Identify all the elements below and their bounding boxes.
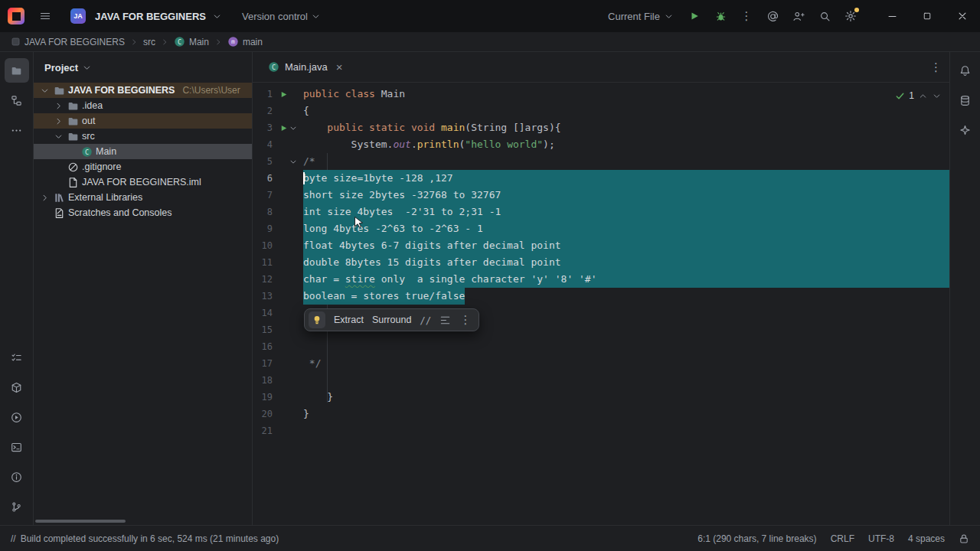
chevron-down-icon[interactable] <box>52 132 64 142</box>
line-number[interactable]: 10 <box>253 237 273 254</box>
code-cell[interactable]: */ <box>303 355 949 372</box>
tree-item-gitignore[interactable]: .gitignore <box>34 159 252 174</box>
line-number[interactable]: 12 <box>253 271 273 288</box>
code-line[interactable]: 9long 4bytes -2^63 to -2^63 - 1 <box>253 220 949 237</box>
tree-item-scratches-and-consoles[interactable]: Scratches and Consoles <box>34 205 252 220</box>
close-button[interactable] <box>945 0 980 32</box>
inspections-widget[interactable]: 1 <box>895 90 942 101</box>
comment-line-button[interactable]: // <box>420 315 431 326</box>
ai-assistant-tool-button[interactable] <box>953 118 978 142</box>
search-everywhere-button[interactable] <box>813 5 836 28</box>
services-tool-button[interactable] <box>5 405 29 429</box>
code-cell[interactable]: public static void main(String []args){ <box>303 119 949 136</box>
run-button[interactable] <box>683 5 706 28</box>
line-number[interactable]: 2 <box>253 103 273 119</box>
chevron-down-icon[interactable] <box>82 63 92 73</box>
line-number[interactable]: 3 <box>253 119 273 136</box>
problems-tool-button[interactable] <box>5 465 29 489</box>
project-panel-title[interactable]: Project <box>44 62 78 73</box>
breadcrumb-item-java-for-begginers[interactable]: JAVA FOR BEGGINERS <box>9 37 126 47</box>
version-control-tool-button[interactable] <box>5 494 29 519</box>
code-line[interactable]: 5/* <box>253 153 949 170</box>
line-number[interactable]: 7 <box>253 187 273 204</box>
code-line[interactable]: 10float 4bytes 6-7 digits after decimal … <box>253 237 949 254</box>
line-separator[interactable]: CRLF <box>831 533 854 544</box>
run-config-selector[interactable]: Current File <box>608 11 674 22</box>
build-tool-button[interactable] <box>5 375 29 399</box>
code-line[interactable]: 2{ <box>253 103 949 119</box>
tree-item-idea[interactable]: .idea <box>34 98 252 113</box>
line-number[interactable]: 9 <box>253 220 273 237</box>
extract-button[interactable]: Extract <box>334 315 364 325</box>
todo-tool-button[interactable] <box>5 345 29 370</box>
tree-item-src[interactable]: src <box>34 129 252 144</box>
at-menu-button[interactable] <box>761 5 784 28</box>
code-line[interactable]: 1public class Main <box>253 86 949 103</box>
code-cell[interactable]: /* <box>303 153 949 170</box>
code-cell[interactable]: } <box>303 406 949 422</box>
code-line[interactable]: 6byte size=1byte -128 ,127 <box>253 170 949 187</box>
line-number[interactable]: 18 <box>253 372 273 389</box>
line-number[interactable]: 17 <box>253 355 273 372</box>
file-encoding[interactable]: UTF-8 <box>868 533 894 544</box>
run-gutter-icon[interactable] <box>279 90 288 99</box>
line-number[interactable]: 8 <box>253 204 273 220</box>
breadcrumb-item-main[interactable]: mmain <box>226 36 264 47</box>
code-cell[interactable]: boolean = stores true/false <box>303 288 949 305</box>
code-cell[interactable]: byte size=1byte -128 ,127 <box>303 170 949 187</box>
version-control-menu[interactable]: Version control <box>242 11 321 22</box>
project-selector[interactable]: JAVA FOR BEGGINERS <box>95 11 206 22</box>
code-cell[interactable] <box>303 338 949 355</box>
line-number[interactable]: 1 <box>253 86 273 103</box>
prev-problem-icon[interactable] <box>918 91 928 101</box>
surround-button[interactable]: Surround <box>372 315 411 325</box>
code-line[interactable]: 4 System.out.println("hello world"); <box>253 136 949 153</box>
notifications-tool-button[interactable] <box>953 58 978 83</box>
tab-main-java[interactable]: C Main.java × <box>260 52 350 83</box>
tree-item-main[interactable]: CMain <box>34 144 252 159</box>
debug-button[interactable] <box>709 5 732 28</box>
chevron-right-icon[interactable] <box>38 193 51 203</box>
intellij-logo-icon[interactable] <box>8 8 24 24</box>
code-line[interactable]: 7short size 2bytes -32768 to 32767 <box>253 187 949 204</box>
indent-config[interactable]: 4 spaces <box>908 533 945 544</box>
line-number[interactable]: 4 <box>253 136 273 153</box>
add-user-button[interactable] <box>787 5 810 28</box>
code-cell[interactable]: float 4bytes 6-7 digits after decimal po… <box>303 237 949 254</box>
build-status-message[interactable]: // Build completed successfully in 6 sec… <box>11 533 279 544</box>
tree-item-external-libraries[interactable]: External Libraries <box>34 190 252 205</box>
code-line[interactable]: 13boolean = stores true/false <box>253 288 949 305</box>
minimize-button[interactable] <box>874 0 910 32</box>
tree-item-java-for-begginers-iml[interactable]: JAVA FOR BEGGINERS.iml <box>34 174 252 190</box>
line-number[interactable]: 14 <box>253 305 273 321</box>
code-line[interactable]: 17 */ <box>253 355 949 372</box>
readonly-lock-icon[interactable] <box>959 533 969 544</box>
caret-position[interactable]: 6:1 (290 chars, 7 line breaks) <box>697 533 816 544</box>
main-menu-button[interactable] <box>34 5 57 28</box>
line-number[interactable]: 21 <box>253 422 273 439</box>
code-cell[interactable] <box>303 422 949 439</box>
code-cell[interactable]: int size 4bytes -2'31 to 2;31 -1 <box>303 204 949 220</box>
tab-options-button[interactable]: ⋮ <box>930 60 942 74</box>
code-cell[interactable]: long 4bytes -2^63 to -2^63 - 1 <box>303 220 949 237</box>
line-number[interactable]: 5 <box>253 153 273 170</box>
comment-block-button[interactable] <box>439 315 451 326</box>
code-line[interactable]: 16 <box>253 338 949 355</box>
tree-item-out[interactable]: out <box>34 113 252 129</box>
terminal-tool-button[interactable] <box>5 435 29 459</box>
code-line[interactable]: 19 } <box>253 389 949 406</box>
line-number[interactable]: 19 <box>253 389 273 406</box>
more-actions-button[interactable]: ⋮ <box>735 5 758 28</box>
code-line[interactable]: 12char = stire only a single character '… <box>253 271 949 288</box>
close-tab-icon[interactable]: × <box>336 61 343 73</box>
code-line[interactable]: 8int size 4bytes -2'31 to 2;31 -1 <box>253 204 949 220</box>
horizontal-scrollbar[interactable] <box>35 520 126 523</box>
editor-body[interactable]: 1public class Main2{3 public static void… <box>253 83 949 525</box>
line-number[interactable]: 20 <box>253 406 273 422</box>
code-cell[interactable]: public class Main <box>303 86 949 103</box>
maximize-button[interactable] <box>910 0 945 32</box>
intention-bulb-button[interactable] <box>309 311 325 328</box>
popup-more-button[interactable]: ⋮ <box>459 313 471 327</box>
fold-icon[interactable] <box>289 123 298 133</box>
chevron-down-icon[interactable] <box>38 86 51 96</box>
